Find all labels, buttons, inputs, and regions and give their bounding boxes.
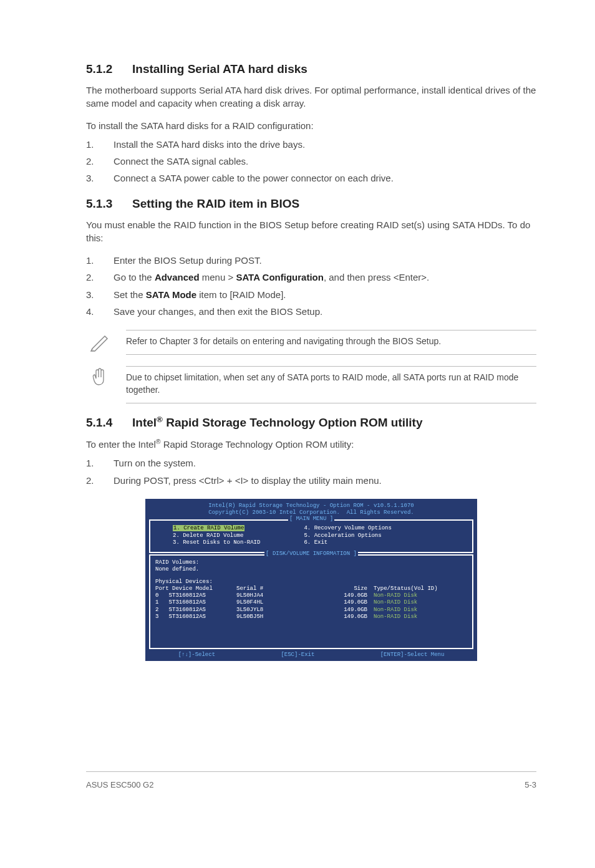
col-serial: Serial #: [236, 586, 330, 592]
bios-menu-right: 4. Recovery Volume Options 5. Accelerati…: [304, 525, 391, 546]
step-item: 3.Connect a SATA power cable to the powe…: [86, 171, 536, 185]
step-text: Go to the Advanced menu > SATA Configura…: [114, 272, 429, 282]
note-box: Due to chipset limitation, when set any …: [86, 366, 536, 403]
col-type: Type/Status(Vol ID): [367, 586, 467, 592]
heading-title: Intel® Rapid Storage Technology Option R…: [132, 416, 422, 429]
heading-num: 5.1.2: [86, 62, 132, 76]
step-text: Save your changes, and then exit the BIO…: [114, 306, 322, 317]
bios-menu-item-selected: 1. Create RAID Volume: [173, 525, 244, 531]
bios-menu-item: 3. Reset Disks to Non-RAID: [173, 539, 260, 546]
step-num: 1.: [86, 253, 94, 268]
footer-left: ASUS ESC500 G2: [86, 780, 153, 789]
page-footer: ASUS ESC500 G2 5-3: [86, 780, 536, 789]
step-num: 1.: [86, 456, 94, 470]
bios-disk-table: Port Device Model Serial # Size Type/Sta…: [155, 586, 467, 620]
bios-main-menu-box: [ MAIN MENU ] 1. Create RAID Volume 2. D…: [149, 519, 473, 553]
table-row: 2 ST3160812AS3LS0JYL8149.0GBNon-RAID Dis…: [155, 607, 467, 614]
footer-right: 5-3: [525, 780, 536, 789]
table-header-row: Port Device Model Serial # Size Type/Sta…: [155, 586, 467, 592]
heading-513: 5.1.3Setting the RAID item in BIOS: [86, 197, 536, 211]
col-size: Size: [330, 586, 367, 592]
table-row: 0 ST3160812AS9LS0HJA4149.0GBNon-RAID Dis…: [155, 592, 467, 599]
step-text: Turn on the system.: [114, 458, 196, 468]
col-port-model: Port Device Model: [155, 586, 236, 592]
heading-num: 5.1.4: [86, 416, 132, 430]
bios-disk-info: RAID Volumes: None defined. Physical Dev…: [155, 558, 467, 644]
steps-list: 1.Install the SATA hard disks into the d…: [86, 137, 536, 186]
step-num: 4.: [86, 304, 94, 319]
steps-list: 1.Turn on the system. 2.During POST, pre…: [86, 456, 536, 488]
bios-menu-item: 4. Recovery Volume Options: [304, 525, 391, 531]
step-num: 2.: [86, 473, 94, 488]
step-num: 2.: [86, 270, 94, 284]
bios-hint-enter: [ENTER]-Select Menu: [380, 652, 445, 658]
pencil-icon: [89, 330, 111, 352]
heading-num: 5.1.3: [86, 197, 132, 211]
step-item: 1.Install the SATA hard disks into the d…: [86, 137, 536, 152]
step-item: 3.Set the SATA Mode item to [RAID Mode].: [86, 287, 536, 302]
step-text: Install the SATA hard disks into the dri…: [114, 139, 305, 150]
step-text: Connect the SATA signal cables.: [114, 156, 248, 166]
step-text: Connect a SATA power cable to the power …: [114, 173, 394, 183]
bios-footer: [↑↓]-Select [ESC]-Exit [ENTER]-Select Me…: [145, 650, 477, 659]
bios-hint-exit: [ESC]-Exit: [281, 652, 314, 658]
step-item: 1.Enter the BIOS Setup during POST.: [86, 253, 536, 268]
heading-title: Installing Serial ATA hard disks: [132, 62, 307, 75]
table-row: 1 ST3160812AS9LS0F4HL149.0GBNon-RAID Dis…: [155, 599, 467, 606]
step-item: 1.Turn on the system.: [86, 456, 536, 470]
step-item: 4.Save your changes, and then exit the B…: [86, 304, 536, 319]
bios-info-box: [ DISK/VOLUME INFORMATION ] RAID Volumes…: [149, 554, 473, 649]
step-item: 2.Go to the Advanced menu > SATA Configu…: [86, 270, 536, 284]
body-text: The motherboard supports Serial ATA hard…: [86, 84, 536, 110]
note-box: Refer to Chapter 3 for details on enteri…: [86, 330, 536, 355]
step-item: 2.Connect the SATA signal cables.: [86, 154, 536, 168]
step-num: 2.: [86, 154, 94, 168]
table-row: 3 ST3160812AS9LS0BJ5H149.0GBNon-RAID Dis…: [155, 614, 467, 620]
note-text: Refer to Chapter 3 for details on enteri…: [126, 330, 536, 355]
bios-none-defined: None defined.: [155, 566, 467, 573]
hand-icon: [89, 366, 111, 388]
bios-screenshot: Intel(R) Rapid Storage Technology - Opti…: [145, 499, 477, 662]
intro-text: To install the SATA hard disks for a RAI…: [86, 119, 536, 132]
intro-text: To enter the Intel® Rapid Storage Techno…: [86, 437, 536, 451]
heading-title: Setting the RAID item in BIOS: [132, 197, 299, 210]
note-text: Due to chipset limitation, when set any …: [126, 366, 536, 403]
step-item: 2.During POST, press <Ctrl> + <I> to dis…: [86, 473, 536, 488]
bios-header: Intel(R) Rapid Storage Technology - Opti…: [145, 502, 477, 519]
heading-512: 5.1.2Installing Serial ATA hard disks: [86, 62, 536, 76]
bios-menu-item: 2. Delete RAID Volume: [173, 533, 243, 539]
step-text: Set the SATA Mode item to [RAID Mode].: [114, 289, 286, 300]
bios-raid-volumes-label: RAID Volumes:: [155, 559, 467, 566]
bios-menu-left: 1. Create RAID Volume 2. Delete RAID Vol…: [173, 525, 260, 546]
steps-list: 1.Enter the BIOS Setup during POST. 2.Go…: [86, 253, 536, 319]
heading-514: 5.1.4Intel® Rapid Storage Technology Opt…: [86, 415, 536, 430]
bios-hint-select: [↑↓]-Select: [178, 652, 215, 658]
step-num: 3.: [86, 287, 94, 302]
bios-menu-item: 5. Acceleration Options: [304, 533, 381, 539]
bios-menu: 1. Create RAID Volume 2. Delete RAID Vol…: [155, 523, 467, 548]
step-text: Enter the BIOS Setup during POST.: [114, 255, 262, 266]
bios-menu-item: 6. Exit: [304, 539, 327, 546]
step-text: During POST, press <Ctrl> + <I> to displ…: [114, 475, 382, 486]
step-num: 1.: [86, 137, 94, 152]
bios-physical-devices-label: Physical Devices:: [155, 579, 467, 586]
step-num: 3.: [86, 171, 94, 185]
body-text: You must enable the RAID function in the…: [86, 218, 536, 245]
